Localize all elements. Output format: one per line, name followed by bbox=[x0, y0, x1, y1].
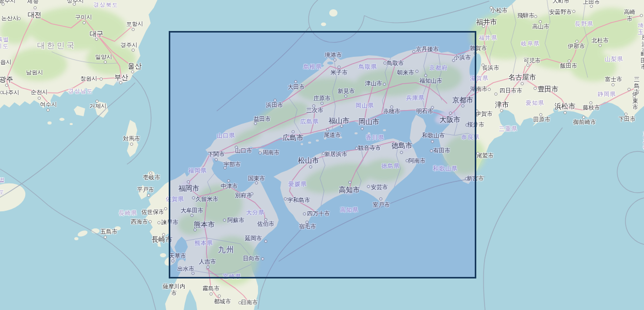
city-dot bbox=[582, 116, 585, 119]
map-label-big: 광주 bbox=[0, 75, 13, 84]
map-label-big: 福井市 bbox=[476, 18, 497, 26]
map-label-pref: 埼 玉 bbox=[638, 23, 644, 36]
city-dot bbox=[534, 87, 537, 90]
map-label-city: 大町市 bbox=[553, 0, 570, 4]
map-label-pref: 치도 bbox=[0, 43, 9, 50]
map-label-city: 対馬市 bbox=[123, 136, 140, 143]
map-label-big: 浜松市 bbox=[555, 102, 576, 111]
city-dot bbox=[73, 3, 76, 6]
map-label-city: 可児市 bbox=[524, 58, 541, 65]
city-dot bbox=[149, 220, 152, 223]
map-label-city: 정읍시 bbox=[0, 59, 12, 66]
map-label-big: 대전 bbox=[28, 11, 42, 19]
map-label-city: 논산시 bbox=[2, 16, 19, 22]
city-dot bbox=[130, 143, 133, 146]
city-dot bbox=[539, 20, 542, 23]
city-dot bbox=[119, 81, 122, 84]
map-label-city: 飯田市 bbox=[560, 63, 577, 70]
city-dot bbox=[494, 92, 497, 96]
map-label-country: 대한민국 bbox=[37, 41, 76, 50]
map-label-pref: 별 bbox=[0, 177, 5, 184]
city-dot bbox=[131, 70, 134, 73]
map-label-city: 남원시 bbox=[26, 70, 43, 76]
map-label-city: 富士市 bbox=[605, 76, 622, 83]
city-dot bbox=[624, 113, 627, 116]
map-label-pref: 특별 bbox=[0, 37, 9, 43]
map-label-city: 北杜市 bbox=[592, 38, 609, 44]
map-label-city: 安曇野市 bbox=[549, 9, 572, 16]
city-dot bbox=[572, 10, 575, 13]
map-label-pref: 静岡県 bbox=[598, 91, 616, 98]
city-dot bbox=[627, 88, 631, 91]
map-label-pref: 福井県 bbox=[479, 35, 497, 42]
city-dot bbox=[481, 64, 485, 67]
map-label-big: 울산 bbox=[128, 62, 142, 70]
map-label-pref: 愛知県 bbox=[526, 100, 544, 107]
map-label-city: 창원시 bbox=[81, 76, 98, 83]
city-dot bbox=[589, 101, 592, 104]
city-dot bbox=[534, 15, 537, 18]
city-dot bbox=[164, 207, 167, 210]
map-label-city: 포항시 bbox=[126, 21, 143, 28]
map-label-city: 飛騨市 bbox=[518, 13, 535, 20]
city-dot bbox=[633, 95, 636, 98]
city-dot bbox=[238, 301, 242, 304]
city-dot bbox=[147, 194, 150, 197]
map-label-big: 津市 bbox=[495, 101, 509, 109]
city-dot bbox=[488, 88, 491, 91]
map-label-pref: 長崎県 bbox=[119, 210, 137, 217]
city-dot bbox=[611, 83, 615, 86]
map-label-city: 밀양시 bbox=[95, 54, 112, 61]
map-label-city: 薩摩川内 市 bbox=[163, 284, 185, 297]
map-label-city: 高崎市 bbox=[622, 9, 637, 22]
map-label-city: 伊東市 bbox=[631, 91, 640, 111]
map-label-city: 경주시 bbox=[121, 42, 138, 49]
city-dot bbox=[95, 38, 98, 41]
city-dot bbox=[0, 91, 3, 94]
map-label-city: 壱岐市 bbox=[143, 175, 160, 181]
map-label-city: 거제시 bbox=[90, 103, 107, 110]
city-dot bbox=[210, 292, 213, 296]
city-dot bbox=[568, 59, 571, 63]
map-canvas[interactable]: 공주시세종상주시대전논산시구미시경상북도대구포항시경주시대한민국밀양시울산남원시… bbox=[0, 0, 644, 310]
city-dot bbox=[149, 172, 152, 175]
city-dot bbox=[132, 28, 135, 31]
map-label-pref: 경상북도 bbox=[93, 2, 118, 9]
city-dot bbox=[599, 44, 602, 47]
map-label-city: 平戸市 bbox=[137, 187, 154, 194]
city-dot bbox=[2, 3, 5, 6]
city-dot bbox=[132, 49, 135, 52]
map-label-city: 高山市 bbox=[533, 24, 550, 30]
map-label-city: 都城市 bbox=[214, 299, 231, 305]
map-label-city: 西海市 bbox=[131, 219, 148, 226]
city-dot bbox=[482, 25, 485, 28]
city-dot bbox=[157, 221, 160, 224]
city-dot bbox=[83, 21, 86, 24]
map-label-city: 五島市 bbox=[101, 229, 118, 236]
map-label-pref: 岐阜県 bbox=[521, 41, 540, 48]
city-dot bbox=[640, 14, 643, 17]
map-label-city: 小松市 bbox=[491, 8, 508, 14]
map-label-city: 순천시 bbox=[31, 89, 48, 96]
selection-rectangle[interactable] bbox=[169, 31, 476, 278]
city-dot bbox=[590, 5, 593, 8]
map-label-city: 伊那市 bbox=[568, 43, 585, 50]
map-label-city: 御前崎市 bbox=[573, 119, 596, 126]
city-dot bbox=[526, 64, 529, 67]
map-label-city: 長浜市 bbox=[482, 65, 500, 72]
city-dot bbox=[539, 113, 542, 116]
city-dot bbox=[564, 111, 567, 114]
city-dot bbox=[162, 233, 165, 236]
map-label-city: 구미시 bbox=[75, 14, 92, 21]
map-label-city: 下田市 bbox=[619, 116, 636, 123]
map-label-city: 나주시 bbox=[3, 90, 20, 97]
map-label-city: 藤枝市 bbox=[583, 105, 600, 112]
map-label-city: 日南市 bbox=[241, 300, 258, 306]
map-label-pref: 山梨県 bbox=[605, 56, 623, 63]
city-dot bbox=[18, 17, 21, 20]
city-dot bbox=[104, 60, 107, 64]
map-label-city: 四日市市 bbox=[500, 88, 522, 95]
city-dot bbox=[218, 295, 221, 298]
map-label-city: 세종 bbox=[27, 0, 39, 5]
city-dot bbox=[575, 40, 578, 43]
